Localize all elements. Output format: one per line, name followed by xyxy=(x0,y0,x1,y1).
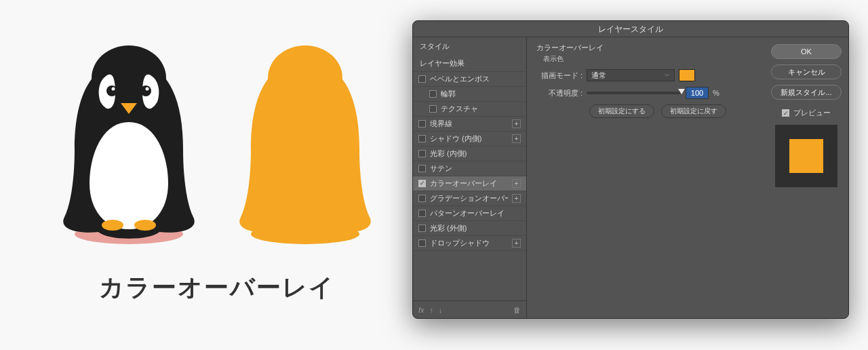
illustration-panel: カラーオーバーレイ xyxy=(27,41,407,305)
style-label: ドロップシャドウ xyxy=(430,238,508,248)
style-checkbox[interactable] xyxy=(418,225,426,232)
dialog-title: レイヤースタイル xyxy=(413,21,848,37)
add-effect-icon[interactable]: + xyxy=(512,239,521,248)
style-item-9[interactable]: パターンオーバーレイ xyxy=(413,206,526,221)
blend-mode-select[interactable]: 通常 ﹀ xyxy=(587,69,675,81)
preview-toggle[interactable]: プレビュー xyxy=(782,108,831,118)
svg-point-7 xyxy=(134,220,156,231)
style-label: 境界線 xyxy=(430,119,508,129)
style-list: ベベルとエンボス輪郭テクスチャ境界線+シャドウ (内側)+光彩 (内側)サテンカ… xyxy=(413,72,526,300)
svg-point-2 xyxy=(106,85,117,96)
svg-point-3 xyxy=(112,88,115,91)
style-checkbox[interactable] xyxy=(418,120,426,128)
add-effect-icon[interactable]: + xyxy=(512,134,521,143)
style-sidebar: スタイル レイヤー効果 ベベルとエンボス輪郭テクスチャ境界線+シャドウ (内側)… xyxy=(413,37,527,318)
opacity-unit: % xyxy=(713,89,719,97)
style-item-5[interactable]: 光彩 (内側) xyxy=(413,147,526,161)
fieldset-label: 表示色 xyxy=(536,54,759,64)
settings-panel: カラーオーバーレイ 表示色 描画モード : 通常 ﹀ 不透明度 : 100 % … xyxy=(527,37,768,318)
section-title: カラーオーバーレイ xyxy=(536,43,759,53)
preview-swatch xyxy=(789,139,823,173)
style-item-0[interactable]: ベベルとエンボス xyxy=(413,72,526,87)
preview-box xyxy=(775,125,837,187)
chevron-down-icon: ﹀ xyxy=(665,72,670,79)
style-label: シャドウ (内側) xyxy=(430,134,508,144)
style-checkbox[interactable] xyxy=(418,165,426,172)
blend-mode-value: 通常 xyxy=(591,71,606,81)
penguin-overlay-icon xyxy=(224,41,387,244)
style-item-11[interactable]: ドロップシャドウ+ xyxy=(413,236,526,251)
style-item-10[interactable]: 光彩 (外側) xyxy=(413,221,526,236)
reset-default-button[interactable]: 初期設定に戻す xyxy=(661,104,726,118)
style-checkbox[interactable] xyxy=(418,150,426,157)
add-effect-icon[interactable]: + xyxy=(512,179,521,188)
preview-checkbox[interactable] xyxy=(782,109,789,117)
opacity-input[interactable]: 100 xyxy=(686,87,709,99)
style-item-6[interactable]: サテン xyxy=(413,161,526,176)
svg-point-5 xyxy=(146,88,149,91)
fx-label[interactable]: fx xyxy=(418,306,425,314)
ok-button[interactable]: OK xyxy=(771,44,842,59)
style-item-3[interactable]: 境界線+ xyxy=(413,117,526,132)
style-item-2[interactable]: テクスチャ xyxy=(413,102,526,117)
style-checkbox[interactable] xyxy=(418,75,426,83)
penguin-original-icon xyxy=(47,41,210,244)
style-item-7[interactable]: カラーオーバーレイ+ xyxy=(413,176,526,191)
cancel-button[interactable]: キャンセル xyxy=(771,64,842,79)
new-style-button[interactable]: 新規スタイル... xyxy=(771,85,842,100)
illustration-row xyxy=(27,41,407,244)
style-checkbox[interactable] xyxy=(418,180,426,187)
style-label: 光彩 (内側) xyxy=(430,149,521,159)
style-checkbox[interactable] xyxy=(418,195,426,202)
style-item-4[interactable]: シャドウ (内側)+ xyxy=(413,132,526,147)
style-label: カラーオーバーレイ xyxy=(430,178,508,189)
color-swatch[interactable] xyxy=(679,69,695,81)
caption-text: カラーオーバーレイ xyxy=(27,271,407,305)
style-item-8[interactable]: グラデーションオーバーレイ+ xyxy=(413,191,526,206)
add-effect-icon[interactable]: + xyxy=(512,194,521,203)
make-default-button[interactable]: 初期設定にする xyxy=(589,104,654,118)
style-checkbox[interactable] xyxy=(418,135,426,142)
svg-point-9 xyxy=(268,45,342,111)
sidebar-footer: fx ↑ ↓ 🗑 xyxy=(413,300,526,318)
sidebar-subheader[interactable]: レイヤー効果 xyxy=(413,54,526,72)
style-label: 光彩 (外側) xyxy=(430,223,521,233)
style-label: テクスチャ xyxy=(441,104,521,114)
opacity-label: 不透明度 : xyxy=(536,88,583,98)
trash-icon[interactable]: 🗑 xyxy=(513,306,521,314)
svg-point-6 xyxy=(102,220,123,231)
layer-style-dialog: レイヤースタイル スタイル レイヤー効果 ベベルとエンボス輪郭テクスチャ境界線+… xyxy=(412,20,849,319)
svg-point-4 xyxy=(140,85,151,96)
add-effect-icon[interactable]: + xyxy=(512,119,521,128)
blend-mode-label: 描画モード : xyxy=(536,71,583,81)
arrow-up-icon[interactable]: ↑ xyxy=(430,306,434,314)
style-label: ベベルとエンボス xyxy=(430,74,521,84)
style-label: グラデーションオーバーレイ xyxy=(430,193,508,203)
style-checkbox[interactable] xyxy=(429,105,437,113)
opacity-slider[interactable] xyxy=(587,92,682,94)
dialog-actions: OK キャンセル 新規スタイル... プレビュー xyxy=(768,37,848,318)
style-item-1[interactable]: 輪郭 xyxy=(413,87,526,102)
preview-label: プレビュー xyxy=(793,108,831,118)
style-label: パターンオーバーレイ xyxy=(430,208,521,218)
style-checkbox[interactable] xyxy=(429,90,437,98)
arrow-down-icon[interactable]: ↓ xyxy=(439,306,443,314)
style-checkbox[interactable] xyxy=(418,210,426,217)
style-checkbox[interactable] xyxy=(418,239,426,247)
style-label: サテン xyxy=(430,163,521,174)
style-label: 輪郭 xyxy=(441,89,521,99)
sidebar-header[interactable]: スタイル xyxy=(413,37,526,54)
slider-thumb-icon[interactable] xyxy=(678,89,685,94)
